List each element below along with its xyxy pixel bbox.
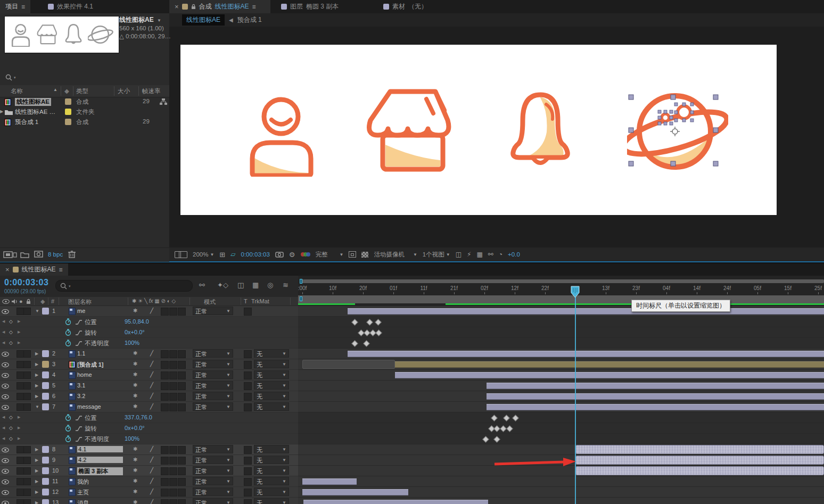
layer-row[interactable]: ▶ 12 主页 ✱ ╱ 正常▼ 无▼ [0,487,824,498]
prev-keyframe-icon[interactable]: ◀ [2,319,5,324]
number-column[interactable]: # [51,298,54,304]
trkmat-dropdown[interactable]: 无▼ [254,370,289,379]
keyframe-icon[interactable] [351,340,358,347]
keyframe-icon[interactable] [482,436,489,443]
add-keyframe-icon[interactable]: ◇ [9,340,13,345]
property-name[interactable]: 旋转 [85,425,97,433]
work-area-bar[interactable] [298,295,824,303]
expand-icon[interactable]: ▶ [35,394,38,399]
threed-switch-box[interactable] [178,393,186,401]
project-item-name[interactable]: 线性图标AE [15,98,51,106]
motion-blur-switch-box[interactable] [169,489,177,497]
lock-box[interactable] [23,457,31,464]
layer-name[interactable]: 4.1 [77,446,123,452]
breadcrumb-parent[interactable]: 预合成 1 [237,15,262,24]
prev-keyframe-icon[interactable]: ◀ [2,415,5,419]
planet-icon-selected[interactable] [627,45,728,172]
timeline-button-icon[interactable]: ▦ [476,250,482,259]
shy-switch-icon[interactable]: ✱ [133,382,137,388]
shy-switch-icon[interactable]: ✱ [133,393,137,399]
expand-icon[interactable]: ▶ [35,373,38,377]
grid-guides-icon[interactable]: ⊞ [219,250,225,259]
blend-mode-dropdown[interactable]: 正常▼ [193,445,233,453]
layer-color-swatch[interactable] [42,499,49,504]
threed-switch-box[interactable] [178,467,186,475]
pixel-aspect-icon[interactable]: ◫ [456,250,462,259]
stopwatch-icon[interactable] [65,318,71,326]
fx-switch-box[interactable] [161,382,169,390]
lock-box[interactable] [23,467,31,475]
layer-track[interactable] [298,381,824,391]
chevron-down-icon[interactable]: ▼ [157,18,161,23]
collapse-icon[interactable]: ▼ [35,404,39,409]
layer-color-swatch[interactable] [42,403,49,410]
navigator-start-handle[interactable] [300,279,302,284]
layer-color-swatch[interactable] [42,308,49,315]
quality-switch-icon[interactable]: ╱ [150,467,153,473]
quality-switch-icon[interactable]: ╱ [150,393,153,399]
layer-row[interactable]: ▶ 8 4.1 ✱ ╱ 正常▼ 无▼ [0,444,824,455]
layer-track[interactable] [298,402,824,412]
graph-editor-icon[interactable]: ≋ [283,281,289,289]
composition-canvas[interactable] [180,45,777,215]
panel-menu-icon[interactable]: ≡ [59,266,63,274]
property-row[interactable]: ◀ ◇ ▶ 位置 337.0,76.0 [0,412,824,423]
add-keyframe-icon[interactable]: ◇ [9,329,13,335]
interpret-footage-icon[interactable] [3,251,17,259]
solo-box[interactable] [17,403,24,411]
blend-mode-dropdown[interactable]: 正常▼ [193,466,233,475]
solo-box[interactable] [17,446,24,453]
layer-color-swatch[interactable] [42,467,49,474]
threed-switch-box[interactable] [178,308,186,316]
visibility-toggle[interactable] [2,500,9,504]
expand-icon[interactable]: ▶ [35,362,38,367]
expand-icon[interactable]: ▶ [35,468,38,473]
tab-layer[interactable]: 图层 椭圆 3 副本 [276,0,344,13]
mode-column[interactable]: 模式 [204,298,216,306]
expand-icon[interactable]: ▶ [35,351,38,356]
expand-icon[interactable]: ▶ [35,458,38,462]
motion-blur-switch-box[interactable] [169,393,177,401]
target-region-icon[interactable] [349,251,356,258]
lock-box[interactable] [23,308,31,315]
add-keyframe-icon[interactable]: ◇ [9,425,13,431]
expand-icon[interactable]: ▶ [35,479,38,484]
current-time-display[interactable]: 0:00:03:03 [4,278,48,287]
visibility-toggle[interactable] [2,362,9,368]
shy-switch-icon[interactable]: ✱ [133,446,137,452]
preserve-transparency-box[interactable] [244,393,252,401]
threed-switch-box[interactable] [178,361,186,369]
solo-column-icon[interactable]: ● [19,298,23,304]
quality-switch-icon[interactable]: ╱ [150,361,153,367]
prev-keyframe-icon[interactable]: ◀ [2,341,5,345]
quality-switch-icon[interactable]: ╱ [150,371,153,377]
layer-color-swatch[interactable] [42,350,49,357]
stopwatch-icon[interactable] [65,329,71,337]
snapshot-icon[interactable] [275,250,284,259]
next-keyframe-icon[interactable]: ▶ [18,426,20,430]
shy-switch-icon[interactable]: ✱ [133,489,137,494]
fx-switch-box[interactable] [161,393,169,401]
layer-track[interactable] [298,444,824,455]
lock-box[interactable] [23,350,31,358]
col-name[interactable]: 名称 [11,87,23,95]
project-search-row[interactable]: ▾ [0,70,169,86]
visibility-toggle[interactable] [2,394,9,400]
lock-box[interactable] [23,499,31,504]
blend-mode-dropdown[interactable]: 正常▼ [193,360,233,368]
solo-box[interactable] [17,308,24,315]
project-item-row[interactable]: ▶ 线性图标AE … 文件夹 [0,107,169,117]
layer-duration-bar[interactable] [302,489,408,495]
blend-mode-dropdown[interactable]: 正常▼ [193,477,233,485]
motion-blur-switch-box[interactable] [169,467,177,475]
layer-duration-bar[interactable] [348,308,824,315]
threed-switch-box[interactable] [178,382,186,390]
exposure-reset-icon[interactable]: ◔ [499,250,502,259]
motion-blur-switch-box[interactable] [169,382,177,390]
layer-duration-bar[interactable] [575,456,824,465]
layer-track[interactable] [298,370,824,381]
add-keyframe-icon[interactable]: ◇ [9,415,13,420]
fx-switch-box[interactable] [161,361,169,369]
motion-blur-switch-box[interactable] [169,350,177,358]
region-of-interest-icon[interactable]: ▱ [230,250,235,259]
